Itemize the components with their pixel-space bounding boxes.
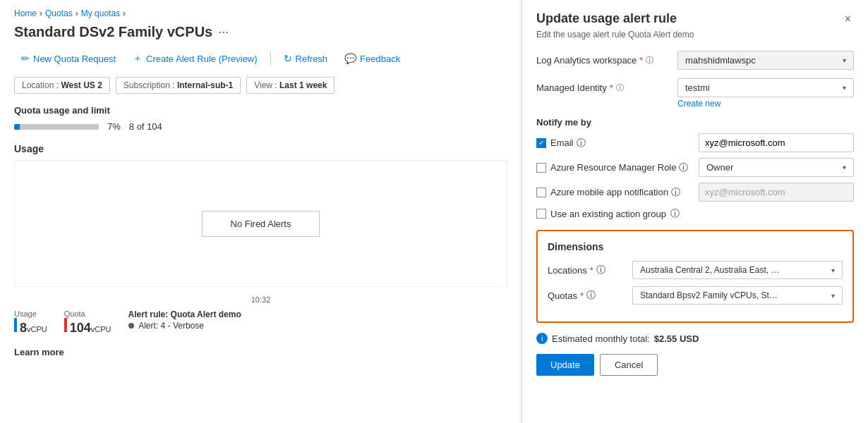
toolbar: ✏ New Quota Request ＋ Create Alert Rule … <box>14 49 507 68</box>
alert-info: Alert rule: Quota Alert demo Alert: 4 - … <box>128 309 241 331</box>
managed-identity-control: testmi ▾ Create new <box>677 78 854 109</box>
chevron-down-icon: ▾ <box>843 84 846 92</box>
panel-title: Update usage alert rule <box>536 11 677 26</box>
breadcrumb-my-quotas[interactable]: My quotas <box>81 8 120 18</box>
create-new-link[interactable]: Create new <box>677 99 721 109</box>
dimensions-title: Dimensions <box>548 241 843 252</box>
action-group-checkbox[interactable] <box>536 209 546 219</box>
breadcrumb-quotas[interactable]: Quotas <box>45 8 73 18</box>
learn-more: Learn more <box>14 347 507 357</box>
email-info-icon: ⓘ <box>577 137 586 149</box>
new-quota-button[interactable]: ✏ New Quota Request <box>14 49 123 68</box>
quota-percent: 7% <box>107 121 121 132</box>
locations-dropdown[interactable]: Australia Central 2, Australia East, Bra… <box>632 261 843 279</box>
managed-identity-info-icon: ⓘ <box>616 82 624 93</box>
view-filter[interactable]: View : Last 1 week <box>246 77 334 94</box>
action-group-row: Use an existing action group ⓘ <box>536 207 854 220</box>
dimensions-box: Dimensions Locations * ⓘ Australia Centr… <box>536 230 854 323</box>
alert-dot-icon <box>128 323 134 329</box>
usage-legend: Usage 8vCPU <box>14 309 47 336</box>
log-analytics-label: Log Analytics workspace * ⓘ <box>536 55 677 66</box>
mobile-input[interactable] <box>699 183 854 202</box>
refresh-icon: ↻ <box>284 53 292 64</box>
managed-identity-dropdown[interactable]: testmi ▾ <box>677 78 854 97</box>
arm-role-checkbox[interactable] <box>536 163 546 173</box>
arm-role-info-icon: ⓘ <box>679 161 688 174</box>
usage-value: 8vCPU <box>20 321 47 336</box>
no-alerts-box: No Fired Alerts <box>202 211 320 237</box>
breadcrumb: Home › Quotas › My quotas › <box>14 8 507 18</box>
arm-role-notify-row: Azure Resource Manager Role ⓘ Owner ▾ <box>536 158 854 177</box>
managed-identity-label: Managed Identity * ⓘ <box>536 82 677 93</box>
chevron-down-icon: ▾ <box>843 56 846 64</box>
quotas-row: Quotas * ⓘ Standard Bpsv2 Family vCPUs, … <box>548 286 843 305</box>
breadcrumb-home[interactable]: Home <box>14 8 37 18</box>
progress-bar-track <box>14 124 99 130</box>
estimated-cost: i Estimated monthly total: $2.55 USD <box>536 333 854 344</box>
chart-time: 10:32 <box>14 295 507 304</box>
quotas-dropdown[interactable]: Standard Bpsv2 Family vCPUs, Standard DS… <box>632 286 843 305</box>
panel-subtitle: Edit the usage alert rule Quota Alert de… <box>536 30 854 39</box>
cancel-button[interactable]: Cancel <box>600 354 658 376</box>
quota-bar-indicator <box>64 318 67 332</box>
arm-role-checkbox-area: Azure Resource Manager Role ⓘ <box>536 161 692 174</box>
page-title: Standard DSv2 Family vCPUs <box>14 24 212 40</box>
quota-bar-area: 7% 8 of 104 <box>14 121 507 132</box>
email-checkbox[interactable] <box>536 138 546 148</box>
toolbar-divider <box>270 51 271 66</box>
locations-info-icon: ⓘ <box>596 264 605 276</box>
feedback-button[interactable]: 💬 Feedback <box>337 49 407 68</box>
quota-usage-text: 8 of 104 <box>129 121 162 132</box>
feedback-icon: 💬 <box>344 53 356 64</box>
pencil-icon: ✏ <box>21 53 30 64</box>
page-title-area: Standard DSv2 Family vCPUs ··· <box>14 24 507 40</box>
email-notify-row: Email ⓘ <box>536 133 854 152</box>
more-options-button[interactable]: ··· <box>218 25 229 39</box>
mobile-info-icon: ⓘ <box>671 186 680 199</box>
legend-area: Usage 8vCPU Quota 104vCPU Alert rule: Qu… <box>14 309 507 336</box>
chevron-down-icon: ▾ <box>831 292 835 300</box>
managed-identity-row: Managed Identity * ⓘ testmi ▾ Create new <box>536 78 854 109</box>
mobile-notify-row: Azure mobile app notification ⓘ <box>536 183 854 202</box>
chart-container: No Fired Alerts <box>14 160 507 287</box>
chevron-down-icon: ▾ <box>843 164 846 171</box>
create-alert-button[interactable]: ＋ Create Alert Rule (Preview) <box>126 49 265 68</box>
right-panel: Update usage alert rule × Edit the usage… <box>522 0 868 423</box>
plus-icon: ＋ <box>133 52 143 65</box>
log-analytics-row: Log Analytics workspace * ⓘ mahshidmlaws… <box>536 51 854 70</box>
progress-bar-fill <box>14 124 20 130</box>
locations-label: Locations * ⓘ <box>548 264 632 276</box>
close-button[interactable]: × <box>842 11 854 27</box>
subscription-filter[interactable]: Subscription : Internal-sub-1 <box>116 77 241 94</box>
quota-value: 104vCPU <box>70 321 111 336</box>
log-analytics-info-icon: ⓘ <box>646 55 653 66</box>
locations-row: Locations * ⓘ Australia Central 2, Austr… <box>548 261 843 279</box>
location-filter[interactable]: Location : West US 2 <box>14 77 110 94</box>
action-group-info-icon: ⓘ <box>670 207 680 220</box>
log-analytics-control: mahshidmlawspc ▾ <box>677 51 854 70</box>
notify-header: Notify me by <box>536 117 854 128</box>
mobile-checkbox-area: Azure mobile app notification ⓘ <box>536 186 692 199</box>
quotas-label: Quotas * ⓘ <box>548 289 632 302</box>
email-checkbox-area: Email ⓘ <box>536 137 692 149</box>
update-button[interactable]: Update <box>536 354 594 376</box>
quotas-info-icon: ⓘ <box>586 289 596 302</box>
usage-bar-indicator <box>14 318 17 332</box>
chevron-down-icon: ▾ <box>831 266 835 274</box>
estimated-info-icon: i <box>536 333 548 344</box>
quota-section-title: Quota usage and limit <box>14 105 507 116</box>
log-analytics-dropdown[interactable]: mahshidmlawspc ▾ <box>677 51 854 70</box>
quota-legend: Quota 104vCPU <box>64 309 111 336</box>
refresh-button[interactable]: ↻ Refresh <box>277 49 335 68</box>
left-panel: Home › Quotas › My quotas › Standard DSv… <box>0 0 522 423</box>
usage-section: Usage No Fired Alerts 10:32 <box>14 143 507 304</box>
panel-header: Update usage alert rule × <box>536 11 854 27</box>
filters-bar: Location : West US 2 Subscription : Inte… <box>14 77 507 94</box>
email-input[interactable] <box>699 133 854 152</box>
arm-role-dropdown[interactable]: Owner ▾ <box>699 158 854 177</box>
usage-title: Usage <box>14 143 507 154</box>
bottom-buttons: Update Cancel <box>536 354 854 376</box>
mobile-checkbox[interactable] <box>536 188 546 197</box>
